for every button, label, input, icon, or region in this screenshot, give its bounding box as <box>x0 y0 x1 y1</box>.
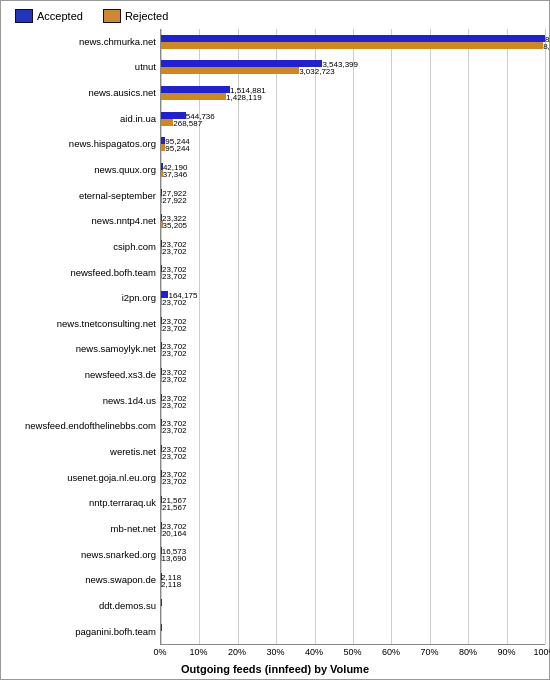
legend-accepted-label: Accepted <box>37 10 83 22</box>
bar-row: 23,70223,702 <box>161 362 545 388</box>
y-label: news.quux.org <box>5 161 156 179</box>
bar-row: 23,32235,205 <box>161 208 545 234</box>
legend-rejected-label: Rejected <box>125 10 168 22</box>
rejected-value: 2,118 <box>161 580 181 589</box>
chart-area: news.chmurka.netutnutnews.ausics.netaid.… <box>5 29 545 675</box>
rejected-value: 23,702 <box>162 298 186 307</box>
rejected-value: 23,702 <box>162 401 186 410</box>
legend-rejected-box <box>103 9 121 23</box>
rejected-value: 13,690 <box>162 554 186 563</box>
x-tick: 0% <box>153 647 166 657</box>
y-label: ddt.demos.su <box>5 597 156 615</box>
x-tick: 80% <box>459 647 477 657</box>
rejected-value: 37,346 <box>163 170 187 179</box>
y-labels: news.chmurka.netutnutnews.ausics.netaid.… <box>5 29 160 645</box>
y-label: news.hispagatos.org <box>5 135 156 153</box>
rejected-value: 23,702 <box>162 477 186 486</box>
y-label: eternal-september <box>5 187 156 205</box>
x-axis: 0%10%20%30%40%50%60%70%80%90%100% <box>160 645 545 663</box>
y-label: news.samoylyk.net <box>5 341 156 359</box>
y-label: csiph.com <box>5 238 156 256</box>
bar-row: 1,514,8811,428,119 <box>161 80 545 106</box>
bar-row: 23,70223,702 <box>161 311 545 337</box>
rejected-value: 23,702 <box>162 375 186 384</box>
y-label: news.1d4.us <box>5 392 156 410</box>
x-tick: 90% <box>497 647 515 657</box>
x-tick: 50% <box>343 647 361 657</box>
bar-row: 23,70220,164 <box>161 516 545 542</box>
bar-row: 21,56721,567 <box>161 490 545 516</box>
rejected-value: 8,388,482 <box>543 42 550 51</box>
legend: Accepted Rejected <box>15 9 545 23</box>
x-tick: 60% <box>382 647 400 657</box>
rejected-value: 21,567 <box>162 503 186 512</box>
rejected-value: 1,428,119 <box>226 93 262 102</box>
y-label: news.swapon.de <box>5 572 156 590</box>
bar-row: 95,24495,244 <box>161 132 545 158</box>
bar-row: 23,70223,702 <box>161 439 545 465</box>
bar-row: 23,70223,702 <box>161 388 545 414</box>
rejected-value: 23,702 <box>162 452 186 461</box>
bar-row: 544,736268,587 <box>161 106 545 132</box>
rejected-value: 35,205 <box>163 221 187 230</box>
rejected-value: 23,702 <box>162 272 186 281</box>
bar-row <box>161 593 545 619</box>
rejected-value: 20,164 <box>162 529 186 538</box>
bar-row: 23,70223,702 <box>161 413 545 439</box>
bar-row: 23,70223,702 <box>161 465 545 491</box>
x-tick: 40% <box>305 647 323 657</box>
y-label: mb-net.net <box>5 520 156 538</box>
rejected-value: 23,702 <box>162 426 186 435</box>
bar-row: 16,57313,690 <box>161 542 545 568</box>
bar-row: 2,1182,118 <box>161 567 545 593</box>
y-label: i2pn.org <box>5 289 156 307</box>
bar-row: 23,70223,702 <box>161 260 545 286</box>
bar-row <box>161 618 545 644</box>
x-title: Outgoing feeds (innfeed) by Volume <box>5 663 545 675</box>
y-label: usenet.goja.nl.eu.org <box>5 469 156 487</box>
x-tick: 20% <box>228 647 246 657</box>
legend-rejected: Rejected <box>103 9 168 23</box>
x-tick: 30% <box>266 647 284 657</box>
y-label: news.snarked.org <box>5 546 156 564</box>
x-tick: 100% <box>533 647 550 657</box>
y-label: news.nntp4.net <box>5 212 156 230</box>
grid-line <box>545 29 546 644</box>
legend-accepted: Accepted <box>15 9 83 23</box>
chart-body: news.chmurka.netutnutnews.ausics.netaid.… <box>5 29 545 645</box>
rejected-value: 95,244 <box>165 144 189 153</box>
y-label: aid.in.ua <box>5 110 156 128</box>
y-label: paganini.bofh.team <box>5 623 156 641</box>
bar-row: 8,429,1638,388,482 <box>161 29 545 55</box>
rejected-value: 23,702 <box>162 324 186 333</box>
rejected-value: 23,702 <box>162 247 186 256</box>
y-label: news.ausics.net <box>5 84 156 102</box>
bar-row: 3,543,3993,032,723 <box>161 55 545 81</box>
rejected-value: 3,032,723 <box>299 67 335 76</box>
bar-row: 42,19037,346 <box>161 157 545 183</box>
y-label: newsfeed.xs3.de <box>5 366 156 384</box>
rejected-value: 23,702 <box>162 349 186 358</box>
y-label: weretis.net <box>5 443 156 461</box>
bar-row: 164,17523,702 <box>161 285 545 311</box>
y-label: news.chmurka.net <box>5 33 156 51</box>
bar-row: 23,70223,702 <box>161 337 545 363</box>
rejected-value: 27,922 <box>162 196 186 205</box>
y-label: newsfeed.endofthelinebbs.com <box>5 418 156 436</box>
y-label: nntp.terraraq.uk <box>5 495 156 513</box>
bars-area: 8,429,1638,388,4823,543,3993,032,7231,51… <box>160 29 545 645</box>
y-label: newsfeed.bofh.team <box>5 264 156 282</box>
bar-row: 27,92227,922 <box>161 183 545 209</box>
chart-container: Accepted Rejected news.chmurka.netutnutn… <box>0 0 550 680</box>
bar-row: 23,70223,702 <box>161 234 545 260</box>
x-tick: 10% <box>189 647 207 657</box>
y-label: news.tnetconsulting.net <box>5 315 156 333</box>
legend-accepted-box <box>15 9 33 23</box>
y-label: utnut <box>5 58 156 76</box>
rejected-value: 268,587 <box>173 119 202 128</box>
x-tick: 70% <box>420 647 438 657</box>
